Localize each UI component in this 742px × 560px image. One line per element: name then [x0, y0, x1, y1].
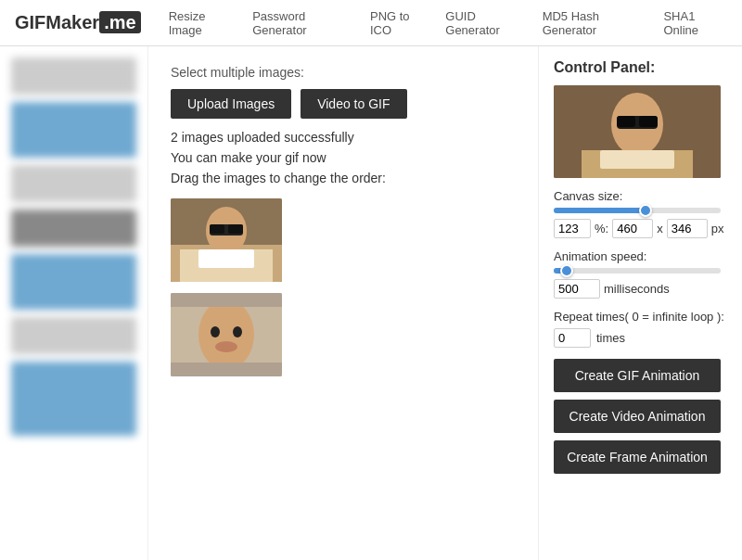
- nav-png-to-ico[interactable]: PNG to ICO: [370, 9, 429, 37]
- svg-rect-13: [171, 293, 282, 307]
- nav-resize-image[interactable]: Resize Image: [169, 9, 237, 37]
- sidebar-ad-4: [11, 210, 136, 247]
- image-svg-1: [171, 198, 282, 282]
- logo[interactable]: GIFMaker.me: [15, 12, 141, 33]
- sidebar-ad-5: [11, 254, 136, 310]
- canvas-size-label: Canvas size:: [554, 189, 727, 203]
- upload-images-button[interactable]: Upload Images: [171, 89, 291, 119]
- sidebar-ad-6: [11, 317, 136, 354]
- svg-point-9: [198, 299, 254, 370]
- px-label: px: [711, 222, 724, 235]
- control-panel: Control Panel: Canvas size:: [538, 46, 742, 560]
- svg-point-10: [211, 326, 220, 337]
- cp-preview-inner: [554, 85, 721, 178]
- canvas-slider-track[interactable]: [554, 208, 721, 213]
- repeat-times-label: Repeat times( 0 = infinite loop ):: [554, 310, 727, 324]
- nav-links: Resize Image Password Generator PNG to I…: [169, 9, 727, 37]
- animation-speed-label: Animation speed:: [554, 249, 727, 263]
- button-row: Upload Images Video to GIF: [171, 89, 516, 119]
- svg-rect-5: [228, 224, 243, 234]
- drag-message: Drag the images to change the order:: [171, 171, 516, 185]
- info-message: You can make your gif now: [171, 150, 516, 165]
- nav-password-generator[interactable]: Password Generator: [252, 9, 353, 37]
- canvas-slider-fill: [554, 208, 646, 213]
- create-gif-button[interactable]: Create GIF Animation: [554, 359, 721, 392]
- repeat-times-section: Repeat times( 0 = infinite loop ): times: [554, 310, 727, 348]
- cp-preview-svg: [554, 85, 721, 178]
- svg-point-11: [233, 326, 242, 337]
- sidebar-ad-3: [11, 165, 136, 202]
- logo-text: GIFMaker: [15, 12, 99, 32]
- select-label: Select multiple images:: [171, 65, 516, 80]
- svg-rect-21: [600, 150, 674, 169]
- sidebar: [0, 46, 148, 560]
- create-video-button[interactable]: Create Video Animation: [554, 400, 721, 433]
- svg-rect-18: [617, 116, 635, 127]
- success-message: 2 images uploaded successfully: [171, 130, 516, 145]
- svg-rect-14: [171, 363, 282, 376]
- canvas-width-input[interactable]: [612, 219, 653, 238]
- nav-sha1[interactable]: SHA1 Online: [663, 9, 727, 37]
- cp-preview: [554, 85, 721, 178]
- main-content: Select multiple images: Upload Images Vi…: [148, 46, 538, 560]
- sidebar-ad-7: [11, 362, 136, 436]
- nav-guid-generator[interactable]: GUID Generator: [445, 9, 525, 37]
- svg-rect-7: [198, 249, 254, 268]
- canvas-size-section: Canvas size: %: x px: [554, 189, 727, 238]
- canvas-inputs-row: %: x px: [554, 219, 727, 238]
- cp-title: Control Panel:: [554, 59, 727, 76]
- image-thumb-2[interactable]: [171, 293, 282, 376]
- speed-slider-thumb[interactable]: [560, 264, 573, 277]
- video-to-gif-button[interactable]: Video to GIF: [301, 89, 406, 119]
- repeat-unit-label: times: [596, 331, 625, 345]
- pct-label: %:: [595, 222, 608, 235]
- repeat-value-input[interactable]: [554, 328, 591, 348]
- logo-highlight: .me: [99, 11, 140, 33]
- repeat-inputs-row: times: [554, 328, 727, 348]
- image-thumb-1[interactable]: [171, 198, 282, 282]
- speed-unit-label: milliseconds: [604, 282, 670, 296]
- speed-value-input[interactable]: [554, 279, 600, 299]
- image-list: [171, 198, 516, 376]
- create-frame-button[interactable]: Create Frame Animation: [554, 440, 721, 474]
- image-svg-2: [171, 293, 282, 376]
- svg-rect-4: [210, 224, 224, 234]
- navbar: GIFMaker.me Resize Image Password Genera…: [0, 0, 742, 46]
- nav-md5-hash[interactable]: MD5 Hash Generator: [543, 9, 647, 37]
- sidebar-ad-1: [11, 57, 136, 95]
- svg-point-12: [215, 341, 237, 352]
- svg-rect-19: [639, 116, 658, 127]
- canvas-slider-thumb[interactable]: [639, 204, 652, 217]
- canvas-pct-input[interactable]: [554, 219, 591, 238]
- speed-inputs-row: milliseconds: [554, 279, 727, 299]
- speed-slider-track[interactable]: [554, 268, 721, 274]
- x-label: x: [657, 222, 663, 235]
- canvas-height-input[interactable]: [667, 219, 708, 238]
- page-body: Select multiple images: Upload Images Vi…: [0, 46, 742, 560]
- sidebar-ad-2: [11, 102, 136, 158]
- animation-speed-section: Animation speed: milliseconds: [554, 249, 727, 299]
